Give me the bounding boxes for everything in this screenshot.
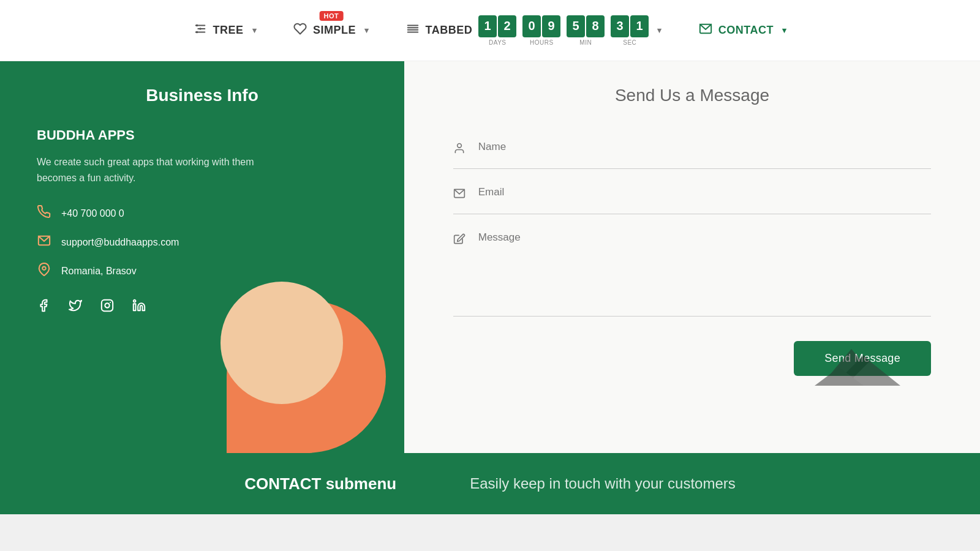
svg-point-17 — [458, 144, 462, 148]
days-digit-2: 2 — [498, 15, 516, 37]
sec-digit-1: 3 — [611, 15, 629, 37]
message-input[interactable] — [478, 231, 931, 305]
min-label: MIN — [579, 39, 592, 46]
email-item: support@buddhaapps.com — [37, 234, 368, 250]
email-field — [453, 175, 931, 214]
footer: CONTACT submenu Easily keep in touch wit… — [0, 453, 980, 514]
envelope-icon — [37, 234, 51, 250]
svg-point-4 — [199, 28, 202, 30]
hours-digit-1: 0 — [522, 15, 541, 37]
countdown-seconds: 3 1 SEC — [611, 15, 649, 46]
nav-tree[interactable]: TREE ▾ — [194, 22, 257, 39]
linkedin-icon[interactable] — [132, 299, 146, 316]
simple-chevron: ▾ — [364, 26, 369, 35]
min-digit-2: 8 — [586, 15, 605, 37]
svg-rect-15 — [134, 304, 136, 310]
email-field-icon — [453, 187, 467, 203]
footer-title: CONTACT submenu — [244, 474, 396, 493]
hours-digit-2: 9 — [542, 15, 560, 37]
main-content: Business Info BUDDHA APPS We create such… — [0, 61, 980, 453]
countdown-hours: 0 9 HOURS — [522, 15, 560, 46]
twitter-icon[interactable] — [69, 299, 82, 316]
name-input[interactable] — [478, 141, 931, 153]
countdown: 1 2 DAYS 0 9 HOURS 5 8 MIN — [478, 15, 649, 46]
business-panel: Business Info BUDDHA APPS We create such… — [0, 61, 404, 453]
svg-point-3 — [195, 24, 198, 27]
heart-icon — [293, 22, 307, 39]
contact-label: CONTACT — [718, 24, 774, 37]
tabbed-chevron: ▾ — [657, 26, 662, 35]
email-address: support@buddhaapps.com — [61, 237, 179, 248]
min-digit-1: 5 — [567, 15, 585, 37]
countdown-days: 1 2 DAYS — [478, 15, 516, 46]
simple-label: SIMPLE — [313, 24, 356, 37]
phone-item: +40 700 000 0 — [37, 205, 368, 222]
form-title: Send Us a Message — [453, 86, 931, 105]
countdown-minutes: 5 8 MIN — [567, 15, 605, 46]
svg-rect-13 — [102, 300, 113, 311]
tree-chevron: ▾ — [252, 26, 257, 35]
hours-label: HOURS — [530, 39, 554, 46]
svg-point-16 — [134, 300, 136, 302]
message-icon — [453, 233, 467, 249]
days-digit-1: 1 — [478, 15, 497, 37]
nav-contact[interactable]: CONTACT ▾ — [699, 22, 787, 39]
person-icon — [453, 142, 467, 157]
svg-point-5 — [195, 31, 198, 34]
hot-badge: HOT — [319, 11, 343, 21]
contact-chevron: ▾ — [782, 26, 787, 35]
message-field — [453, 220, 931, 317]
name-field — [453, 130, 931, 169]
sec-digit-2: 1 — [630, 15, 649, 37]
business-desc: We create such great apps that working w… — [37, 154, 270, 186]
tree-icon — [194, 22, 207, 39]
location-icon — [37, 263, 51, 279]
phone-icon — [37, 205, 51, 222]
email-input[interactable] — [478, 186, 931, 198]
days-label: DAYS — [489, 39, 507, 46]
facebook-icon[interactable] — [37, 299, 50, 316]
deco-circle — [221, 282, 343, 404]
nav-tabbed[interactable]: TABBED 1 2 DAYS 0 9 HOURS 5 — [406, 15, 662, 46]
tabbed-icon — [406, 22, 420, 39]
phone-number: +40 700 000 0 — [61, 208, 124, 219]
business-title: Business Info — [37, 86, 368, 105]
svg-point-12 — [42, 267, 46, 271]
tree-label: TREE — [213, 24, 244, 37]
tabbed-label: TABBED — [426, 24, 473, 37]
mountain-decoration — [784, 337, 907, 386]
instagram-icon[interactable] — [100, 299, 114, 316]
navbar: TREE ▾ HOT SIMPLE ▾ TABBED 1 2 DAYS — [0, 0, 980, 61]
location-text: Romania, Brasov — [61, 266, 137, 277]
sec-label: SEC — [623, 39, 636, 46]
form-panel: Send Us a Message Send Message — [404, 61, 980, 453]
footer-description: Easily keep in touch with your customers — [470, 475, 736, 492]
mail-icon — [699, 22, 712, 39]
business-name: BUDDHA APPS — [37, 127, 368, 143]
nav-simple[interactable]: HOT SIMPLE ▾ — [293, 22, 369, 39]
location-item: Romania, Brasov — [37, 263, 368, 279]
